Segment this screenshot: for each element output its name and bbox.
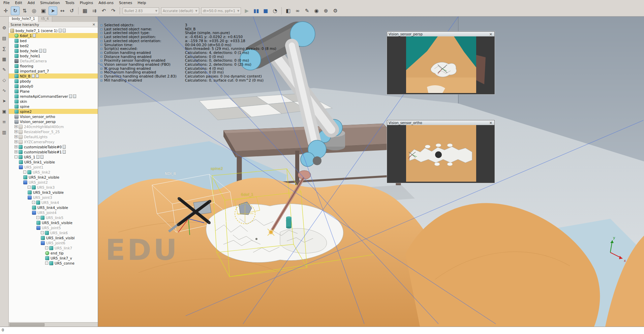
- tree-item-customizabletable-1[interactable]: +customizableTable#1: [9, 149, 98, 154]
- menu-simulation[interactable]: Simulation: [37, 0, 63, 5]
- simulation-settings-icon[interactable]: ⚙: [1, 24, 8, 31]
- collapse-icon[interactable]: -: [28, 186, 31, 189]
- tab-t5-4[interactable]: t5_4: [38, 17, 52, 22]
- physics-engine-select[interactable]: Bullet 2.83▼: [123, 7, 159, 14]
- undo-icon[interactable]: ↶: [99, 6, 108, 15]
- tree-item-ur5-link2-visible[interactable]: UR5_link2_visible: [9, 175, 98, 180]
- dynamic-content-visualization-icon[interactable]: ◧: [284, 6, 293, 15]
- hierarchy-tree[interactable]: body_hole7_1 (scene 1)6dof_1bedbed2body_…: [9, 27, 98, 322]
- tree-item-ur5-link5[interactable]: -UR5_link5: [9, 215, 98, 220]
- tree-item-ur5-link2[interactable]: -UR5_link2: [9, 170, 98, 175]
- menu-edit[interactable]: Edit: [12, 0, 25, 5]
- tree-item-ur5-joint4[interactable]: UR5_joint4: [9, 210, 98, 215]
- selection-icon[interactable]: ➤: [1, 97, 8, 104]
- calculation-modules-icon[interactable]: ∑: [1, 45, 8, 52]
- select-cursor-icon[interactable]: ➤: [49, 6, 57, 15]
- camera-zoom-icon[interactable]: ◎: [30, 6, 38, 15]
- model-browser-icon[interactable]: ▣: [1, 108, 8, 115]
- menu-file[interactable]: File: [1, 0, 12, 5]
- viewport-3d[interactable]: x y Selected objects:3Last selected obje…: [98, 17, 644, 327]
- tree-item-pbody0[interactable]: pbody0: [9, 84, 98, 89]
- edit-script-icon[interactable]: [39, 49, 42, 53]
- threaded-rendering-icon[interactable]: ∞: [293, 6, 302, 15]
- tree-item-vision-sensor-persp[interactable]: Vision_sensor_persp: [9, 119, 98, 124]
- expand-icon[interactable]: +: [14, 130, 18, 133]
- vision-sensor-ortho-close-icon[interactable]: ×: [489, 121, 493, 125]
- menu-scenes[interactable]: Scenes: [116, 0, 135, 5]
- camera-pan-icon[interactable]: ✛: [1, 6, 10, 15]
- edit-script-icon[interactable]: [63, 150, 66, 154]
- script-script-icon[interactable]: [36, 74, 39, 78]
- edit-script-icon[interactable]: [63, 145, 66, 149]
- collapse-icon[interactable]: -: [23, 171, 26, 174]
- tree-item-pbody[interactable]: pbody: [9, 79, 98, 84]
- tree-item-ur5-joint1[interactable]: UR5_joint1: [9, 164, 98, 170]
- script-script-icon[interactable]: [63, 29, 66, 32]
- time-step-select[interactable]: dt=50.0 ms, ppf=1▼: [201, 7, 241, 14]
- script-script-icon[interactable]: [73, 94, 76, 98]
- tree-item-ur5-link1-visible[interactable]: UR5_link1_visible: [9, 159, 98, 164]
- tree-item-ur5-link4-visible[interactable]: UR5_link4_visible: [9, 205, 98, 210]
- tree-item-imported-part-7[interactable]: imported_part_7: [9, 68, 98, 73]
- expand-icon[interactable]: +: [14, 140, 18, 143]
- collapse-icon[interactable]: -: [45, 246, 48, 249]
- stop-simulation-icon[interactable]: ■: [261, 6, 270, 15]
- tree-item-ur5-joint3[interactable]: UR5_joint3: [9, 195, 98, 200]
- collections-icon[interactable]: ▦: [1, 55, 8, 63]
- tree-item-ur5-joint2[interactable]: UR5_joint2: [9, 180, 98, 185]
- simulation-accuracy-select[interactable]: Accurate (default)▼: [161, 7, 199, 14]
- tree-item-xyzcameraproxy[interactable]: +XYZCameraProxy: [9, 139, 98, 144]
- tree-item-ur5-conne[interactable]: -UR5_conne: [9, 261, 98, 266]
- tree-item-vision-sensor-ortho[interactable]: Vision_sensor_ortho: [9, 114, 98, 119]
- tree-item-bed[interactable]: bed: [9, 38, 98, 43]
- camera-fit-to-view-icon[interactable]: ▣: [39, 6, 48, 15]
- collapse-icon[interactable]: -: [14, 155, 18, 158]
- tree-item-ur5-link6[interactable]: -UR5_link6: [9, 230, 98, 235]
- collapse-icon[interactable]: -: [45, 262, 48, 265]
- edit-script-icon[interactable]: [59, 29, 62, 32]
- tree-item-ur5-link6-visibl[interactable]: UR5_link6_visibl: [9, 235, 98, 240]
- assemble-icon[interactable]: ▦: [81, 6, 89, 15]
- visibility-layers-icon[interactable]: ◉: [312, 6, 321, 15]
- tree-item-flooring[interactable]: flooring: [9, 63, 98, 68]
- tree-item-bed2[interactable]: bed2: [9, 43, 98, 48]
- tree-item-6dof-1[interactable]: 6dof_1: [9, 33, 98, 38]
- object-translate-icon[interactable]: ↔: [58, 6, 67, 15]
- calculation-modules-icon[interactable]: ⚙: [331, 6, 340, 15]
- pause-simulation-icon[interactable]: ▮▮: [252, 6, 260, 15]
- tree-item-end-tip[interactable]: end_tip: [9, 250, 98, 255]
- camera-shift-icon[interactable]: ⇅: [20, 6, 29, 15]
- tree-item-ndi-b[interactable]: NDI_B: [9, 73, 98, 79]
- scene-draw-icon[interactable]: ✎: [303, 6, 311, 15]
- menu-add[interactable]: Add: [25, 0, 37, 5]
- realtime-mode-icon[interactable]: ◔: [271, 6, 279, 15]
- expand-icon[interactable]: +: [14, 135, 18, 138]
- tree-item-defaultcamera[interactable]: DefaultCamera: [9, 58, 98, 63]
- camera-rotate-icon[interactable]: ↻: [11, 6, 20, 15]
- collapse-icon[interactable]: -: [36, 216, 39, 219]
- tree-item-plane[interactable]: Plane: [9, 89, 98, 94]
- collapse-icon[interactable]: -: [32, 201, 35, 204]
- script-script-icon[interactable]: [43, 49, 46, 53]
- tree-item-ur5-link3-visible[interactable]: UR5_link3_visible: [9, 190, 98, 195]
- edit-script-icon[interactable]: [36, 155, 39, 159]
- tree-item-ur5-joint6[interactable]: UR5_joint6: [9, 240, 98, 245]
- shape-edit-icon[interactable]: ◇: [1, 76, 8, 84]
- object-rotate-icon[interactable]: ↺: [67, 6, 76, 15]
- menu-tools[interactable]: Tools: [63, 0, 77, 5]
- camera-proxy-icon[interactable]: ⊕: [321, 6, 330, 15]
- start-simulation-icon[interactable]: ▶: [242, 6, 251, 15]
- tree-item-ur5-link7-v[interactable]: UR5_link7_v: [9, 255, 98, 261]
- object-properties-icon[interactable]: ▤: [1, 34, 8, 42]
- menu-plugins[interactable]: Plugins: [77, 0, 96, 5]
- path-edit-icon[interactable]: ∿: [1, 87, 8, 94]
- tab-body-hole7-1[interactable]: body_hole7_1: [9, 17, 38, 22]
- tree-item-customizabletable-0[interactable]: +customizableTable#0: [9, 144, 98, 149]
- tree-item-ur5-link3[interactable]: -UR5_link3: [9, 185, 98, 190]
- tree-item-spine[interactable]: spine: [9, 104, 98, 109]
- edit-script-icon[interactable]: [32, 74, 35, 78]
- tree-item-240cmhighwall400cm[interactable]: +240cmHighWall400cm: [9, 124, 98, 129]
- collapse-icon[interactable]: -: [41, 231, 44, 234]
- tree-item-resizablefloor-5-25[interactable]: +ResizableFloor_5_25: [9, 129, 98, 134]
- tree-item-ur5-joint5[interactable]: UR5_joint5: [9, 225, 98, 230]
